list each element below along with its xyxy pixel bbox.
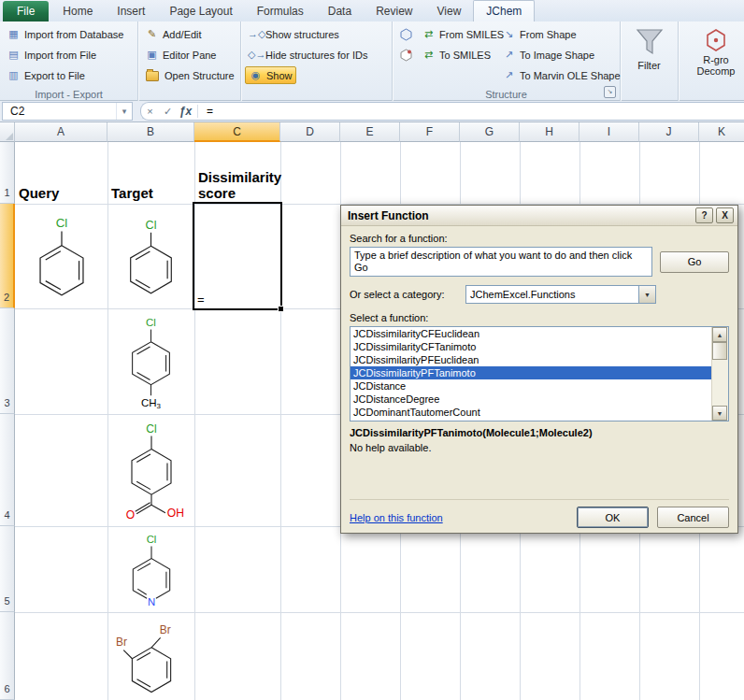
structure-dialog-launcher[interactable]: ↘ — [604, 86, 616, 98]
cell-b5[interactable]: Cl N — [107, 526, 194, 612]
column-header[interactable]: A — [15, 122, 107, 142]
tab-view[interactable]: View — [425, 1, 474, 21]
column-header[interactable]: D — [280, 122, 340, 142]
cancel-button[interactable]: Cancel — [657, 507, 729, 528]
formula-enter-button[interactable]: ✓ — [159, 106, 177, 118]
scroll-up-button[interactable]: ▲ — [712, 327, 727, 342]
function-list-item-selected[interactable]: JCDissimilarityPFTanimoto — [351, 366, 712, 379]
cell-b6[interactable]: Br Br — [107, 612, 194, 700]
open-structure-button[interactable]: Open Structure — [142, 66, 238, 84]
function-list-item[interactable]: JCDistance — [351, 379, 712, 393]
dialog-close-button[interactable]: X — [716, 207, 734, 223]
go-button[interactable]: Go — [660, 251, 729, 273]
search-input[interactable]: Type a brief description of what you wan… — [350, 247, 652, 277]
function-list-item[interactable]: JCDistanceDegree — [351, 393, 712, 406]
function-list-item[interactable]: JCDominantTautomerCount — [351, 406, 712, 419]
function-list-item[interactable]: JCDissimilarityCFTanimoto — [351, 340, 712, 353]
hide-structures-for-ids-button[interactable]: ◇→ Hide structures for IDs — [245, 46, 390, 64]
to-marvin-ole-shape-button[interactable]: ↗ To Marvin OLE Shape — [499, 66, 615, 84]
column-header[interactable]: G — [460, 122, 520, 142]
cell-b2[interactable]: Cl — [107, 204, 194, 308]
ribbon-tab-row: File Home Insert Page Layout Formulas Da… — [0, 0, 744, 21]
column-header[interactable]: J — [639, 122, 699, 142]
from-smiles-button[interactable]: ⇄ From SMILES — [419, 25, 494, 43]
function-list-item[interactable]: JCDissimilarityPFEuclidean — [351, 353, 712, 366]
tab-home[interactable]: Home — [50, 1, 105, 21]
show-toggle-button[interactable]: ◉ Show — [245, 66, 296, 84]
listbox-scrollbar[interactable]: ▲ ▼ — [711, 327, 728, 421]
editor-pane-button[interactable]: ▣ Editor Pane — [142, 46, 238, 64]
to-image-shape-button[interactable]: ↗ To Image Shape — [499, 46, 615, 64]
cell-c1[interactable]: Dissimilarity score — [194, 142, 280, 204]
cell-a1[interactable]: Query — [15, 142, 107, 204]
cell-b1[interactable]: Target — [107, 142, 194, 204]
export-to-file-button[interactable]: ▥ Export to File — [4, 66, 136, 84]
row-header[interactable]: 1 — [0, 142, 15, 204]
row-header[interactable]: 4 — [0, 414, 15, 526]
add-edit-icon: ✎ — [145, 29, 159, 39]
formula-cancel-button[interactable]: × — [141, 106, 159, 117]
help-link[interactable]: Help on this function — [350, 512, 443, 523]
category-dropdown-arrow-icon[interactable]: ▼ — [638, 286, 655, 303]
tab-review[interactable]: Review — [364, 1, 424, 21]
row-header-selected[interactable]: 2 — [0, 204, 15, 308]
fill-handle[interactable] — [278, 306, 284, 312]
scroll-down-button[interactable]: ▼ — [712, 406, 727, 421]
function-list-item[interactable]: JCDissimilarityCFEuclidean — [351, 327, 712, 340]
scroll-thumb[interactable] — [712, 342, 727, 360]
group-label-structure: Structure — [393, 89, 620, 100]
import-from-database-icon: ▦ — [7, 29, 21, 39]
dialog-title: Insert Function — [348, 209, 429, 222]
row-header[interactable]: 5 — [0, 526, 15, 612]
name-box[interactable]: C2 ▾ — [2, 102, 133, 121]
row-header[interactable]: 6 — [0, 612, 15, 700]
formula-input[interactable]: = — [201, 105, 213, 118]
tab-page-layout[interactable]: Page Layout — [157, 1, 244, 21]
select-all-corner[interactable] — [0, 122, 15, 142]
show-structures-button[interactable]: →◇ Show structures — [245, 25, 390, 43]
column-header[interactable]: H — [520, 122, 579, 142]
structure-chlorotoluene: Cl CH3 — [111, 312, 191, 411]
tab-formulas[interactable]: Formulas — [245, 1, 316, 21]
cell-text: score — [198, 185, 236, 201]
cell-a2[interactable]: Cl — [15, 204, 107, 308]
structure-tool-button-2[interactable] — [396, 46, 415, 64]
import-from-file-icon: ▤ — [7, 50, 21, 60]
import-from-database-button[interactable]: ▦ Import from Database — [4, 25, 136, 43]
name-box-dropdown-icon[interactable]: ▾ — [116, 103, 132, 120]
column-header[interactable]: F — [400, 122, 460, 142]
filter-button[interactable]: Filter — [621, 25, 678, 71]
rgroup-decompose-button[interactable]: R-gro Decomp — [679, 25, 744, 77]
to-smiles-button[interactable]: ⇄ To SMILES — [419, 46, 494, 64]
tab-file[interactable]: File — [3, 1, 49, 21]
tab-insert[interactable]: Insert — [105, 1, 157, 21]
ok-button[interactable]: OK — [577, 507, 649, 528]
add-edit-button[interactable]: ✎ Add/Edit — [142, 25, 238, 43]
tab-data[interactable]: Data — [316, 1, 364, 21]
group-show: →◇ Show structures ◇→ Hide structures fo… — [241, 21, 393, 101]
column-header[interactable]: E — [340, 122, 400, 142]
column-header-selected[interactable]: C — [194, 122, 280, 142]
column-header[interactable]: I — [579, 122, 639, 142]
dialog-button-row: Help on this function OK Cancel — [350, 499, 729, 528]
category-select[interactable]: JChemExcel.Functions ▼ — [465, 285, 656, 304]
import-from-file-button[interactable]: ▤ Import from File — [4, 46, 136, 64]
dialog-help-button[interactable]: ? — [695, 207, 713, 223]
selected-cell-c2[interactable]: = — [193, 202, 282, 310]
from-shape-button[interactable]: ↘ From Shape — [499, 25, 615, 43]
tab-jchem[interactable]: JChem — [473, 0, 535, 21]
cell-b3[interactable]: Cl CH3 — [107, 308, 194, 414]
button-label: Export to File — [24, 70, 85, 81]
editor-pane-icon: ▣ — [145, 50, 159, 60]
structure-tool-button-1[interactable] — [396, 25, 415, 43]
insert-function-dialog: Insert Function ? X Search for a functio… — [340, 205, 738, 534]
export-to-file-icon: ▥ — [7, 70, 21, 80]
filter-funnel-icon — [636, 28, 664, 58]
cell-b4[interactable]: Cl O OH — [107, 414, 194, 526]
dialog-title-bar[interactable]: Insert Function ? X — [341, 206, 737, 226]
function-listbox[interactable]: JCDissimilarityCFEuclidean JCDissimilari… — [350, 326, 729, 421]
column-header[interactable]: B — [107, 122, 194, 142]
column-header[interactable]: K — [699, 122, 744, 142]
row-header[interactable]: 3 — [0, 308, 15, 414]
insert-function-button[interactable]: ƒx — [177, 105, 194, 118]
